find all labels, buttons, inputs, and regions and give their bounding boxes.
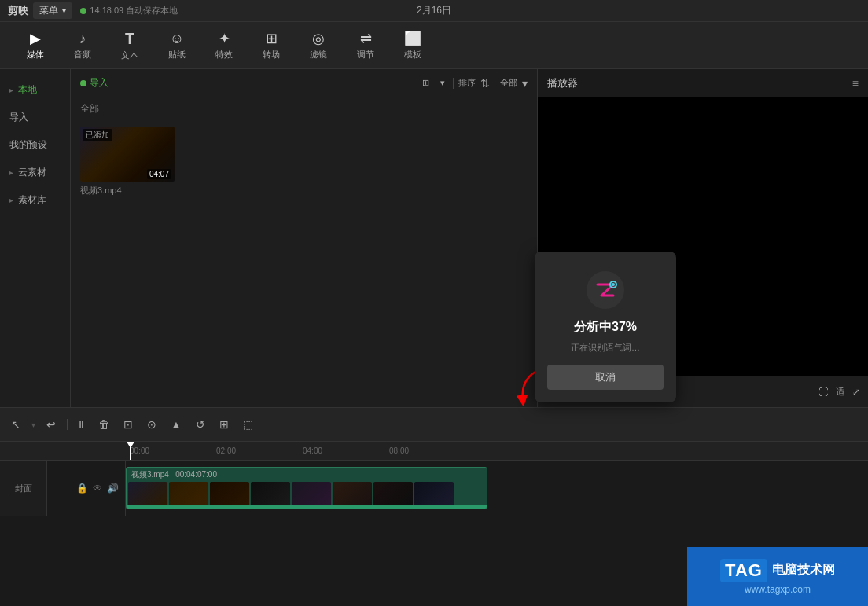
media-duration: 04:07: [147, 169, 171, 179]
all-label: 全部: [71, 97, 537, 120]
sort-icon[interactable]: ⇅: [480, 77, 490, 90]
menu-button[interactable]: 菜单 ▾: [33, 2, 72, 19]
track-eye-icon[interactable]: 👁: [93, 483, 102, 494]
frame-1: [128, 482, 167, 507]
preview-button[interactable]: ⬚: [240, 417, 256, 432]
split-button[interactable]: Ⅱ: [75, 417, 87, 432]
toolbar-item-filter[interactable]: ◎ 滤镜: [299, 27, 338, 64]
view-dropdown-button[interactable]: ▾: [437, 76, 448, 90]
ruler-mark-1: 02:00: [216, 446, 303, 455]
frame-7: [373, 482, 413, 507]
frame-3: [210, 482, 249, 507]
select-tool-button[interactable]: ↖: [8, 417, 24, 432]
analysis-modal: 分析中37% 正在识别语气词… 取消: [535, 252, 676, 402]
toolbar-label-adjust: 调节: [357, 49, 374, 61]
sidebar-item-my-preset[interactable]: 我的预设: [0, 132, 70, 158]
media-grid: 已添加 04:07 视频3.mp4: [71, 120, 537, 203]
sidebar-item-library[interactable]: ▸ 素材库: [0, 187, 70, 213]
svg-point-2: [612, 283, 615, 286]
timeline-tracks: 封面 🔒 👁 🔊 视频3.mp4 00:04:07:00: [0, 461, 868, 516]
player-menu-icon[interactable]: ≡: [852, 77, 859, 90]
clip-label: 视频3.mp4 00:04:07:00: [131, 469, 217, 480]
toolbar-item-effects[interactable]: ✦ 特效: [204, 27, 244, 64]
audio-icon: ♪: [79, 31, 86, 47]
sticker-icon: ☺: [170, 31, 184, 47]
grid-button[interactable]: ⊞: [216, 417, 232, 432]
toolbar-label-effects: 特效: [215, 49, 233, 61]
content-area: 导入 ⊞ ▾ 排序 ⇅ 全部 ▾ 全部 已添加 04:07 视频3.m: [71, 69, 538, 407]
menu-arrow-icon: ▾: [62, 6, 66, 15]
sidebar: ▸ 本地 导入 我的预设 ▸ 云素材 ▸ 素材库: [0, 69, 71, 407]
ruler-mark-0: 00:00: [130, 446, 216, 455]
toolbar-item-template[interactable]: ⬜ 模板: [393, 27, 432, 64]
toolbar-label-text: 文本: [121, 50, 138, 61]
sidebar-item-local[interactable]: ▸ 本地: [0, 77, 70, 103]
track-mute-icon[interactable]: 🔊: [107, 483, 119, 494]
frame-2: [169, 482, 208, 507]
main-area: ▸ 本地 导入 我的预设 ▸ 云素材 ▸ 素材库 导入 ⊞ ▾: [0, 69, 868, 407]
player-fullscreen-button[interactable]: ⛶: [818, 387, 828, 398]
rotate-button[interactable]: ⊙: [144, 417, 160, 432]
sidebar-item-cloud[interactable]: ▸ 云素材: [0, 160, 70, 185]
template-icon: ⬜: [404, 30, 421, 47]
track-icon-group: 🔒 👁 🔊: [47, 461, 126, 516]
app-logo: 剪映: [8, 4, 28, 18]
tool-dropdown-icon[interactable]: ▾: [31, 421, 35, 429]
keyframe-button[interactable]: ▲: [167, 417, 185, 432]
track-content: 视频3.mp4 00:04:07:00: [126, 461, 868, 516]
filter-icon[interactable]: ▾: [522, 77, 528, 90]
toolbar-item-audio[interactable]: ♪ 音频: [63, 28, 102, 64]
top-bar: 剪映 菜单 ▾ 14:18:09 自动保存本地 2月16日: [0, 0, 868, 22]
timeline-toolbar: ↖ ▾ ↩ Ⅱ 🗑 ⊡ ⊙ ▲ ↺ ⊞ ⬚: [0, 407, 868, 442]
toolbar-item-sticker[interactable]: ☺ 贴纸: [157, 28, 197, 64]
separator2: [495, 78, 495, 89]
text-icon: T: [125, 30, 134, 48]
grid-view-button[interactable]: ⊞: [419, 76, 432, 90]
crop-button[interactable]: ⊡: [120, 417, 136, 432]
timeline-playhead[interactable]: [130, 442, 131, 460]
autosave-status: 14:18:09 自动保存本地: [80, 5, 178, 17]
divider1: [67, 419, 68, 430]
tag-top: TAG 电脑技术网: [720, 559, 835, 582]
clip-frames: [127, 480, 487, 509]
added-badge: 已添加: [83, 129, 112, 141]
toolbar-label-filter: 滤镜: [310, 49, 327, 61]
autosave-dot: [80, 8, 86, 14]
ruler-marks: 00:00 02:00 04:00 08:00: [130, 446, 868, 455]
media-thumbnail: 已添加 04:07: [80, 127, 175, 182]
track-lock-icon[interactable]: 🔒: [76, 483, 88, 494]
loop-button[interactable]: ↺: [193, 417, 208, 432]
toolbar-item-transition[interactable]: ⊞ 转场: [252, 27, 291, 64]
sidebar-item-import[interactable]: 导入: [0, 105, 70, 130]
undo-button[interactable]: ↩: [43, 417, 59, 432]
media-item[interactable]: 已添加 04:07 视频3.mp4: [80, 127, 175, 196]
import-button[interactable]: 导入: [80, 76, 108, 90]
date-display: 2月16日: [417, 4, 451, 17]
modal-status-text: 正在识别语气词…: [571, 342, 640, 354]
timeline-area: 00:00 02:00 04:00 08:00 封面 🔒 👁 🔊 视频3.mp4…: [0, 442, 868, 516]
player-right-buttons: ⛶ 适 ⤢: [818, 386, 868, 398]
adjust-icon: ⇌: [360, 30, 372, 47]
player-header: 播放器 ≡: [538, 69, 868, 97]
ruler-mark-2: 04:00: [303, 446, 389, 455]
modal-progress-text: 分析中37%: [574, 319, 637, 336]
tag-watermark: TAG 电脑技术网 www.tagxp.com: [687, 547, 868, 606]
timeline-track-video: 封面 🔒 👁 🔊 视频3.mp4 00:04:07:00: [0, 461, 868, 516]
library-arrow-icon: ▸: [9, 196, 13, 204]
toolbar-item-text[interactable]: T 文本: [110, 27, 149, 64]
timeline-ruler: 00:00 02:00 04:00 08:00: [0, 442, 868, 461]
effects-icon: ✦: [219, 30, 230, 47]
delete-button[interactable]: 🗑: [95, 417, 112, 432]
clip-bottom-bar: [127, 505, 487, 509]
track-label-cover: 封面: [0, 461, 47, 516]
modal-cancel-button[interactable]: 取消: [547, 365, 664, 390]
playhead-head: [127, 442, 134, 448]
toolbar-item-media[interactable]: ▶ 媒体: [16, 27, 55, 64]
media-icon: ▶: [30, 30, 41, 47]
player-expand-button[interactable]: ⤢: [852, 387, 860, 398]
player-fit-button[interactable]: 适: [836, 386, 844, 398]
video-clip[interactable]: 视频3.mp4 00:04:07:00: [126, 467, 487, 509]
content-top-right: ⊞ ▾ 排序 ⇅ 全部 ▾: [419, 76, 528, 90]
import-dot: [80, 80, 86, 86]
toolbar-item-adjust[interactable]: ⇌ 调节: [346, 27, 385, 64]
